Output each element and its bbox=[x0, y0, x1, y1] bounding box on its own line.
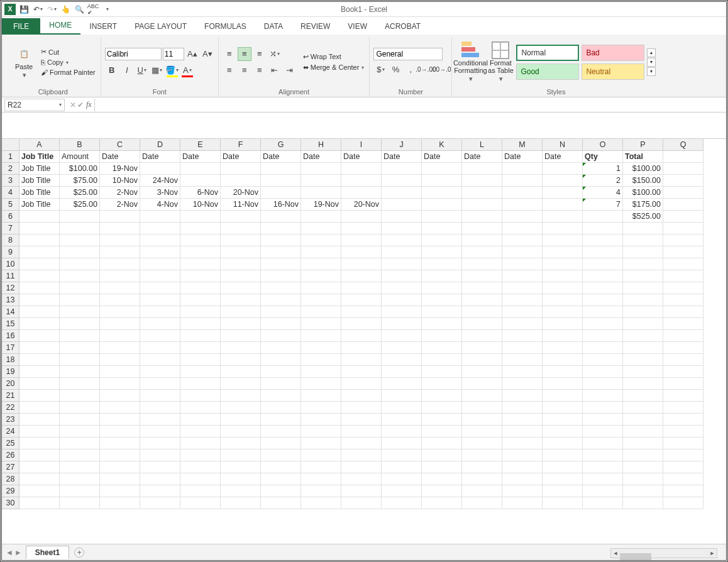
cell[interactable] bbox=[382, 270, 422, 282]
cell[interactable] bbox=[543, 258, 583, 270]
cell[interactable] bbox=[502, 187, 543, 199]
cell[interactable] bbox=[583, 223, 623, 234]
cell[interactable] bbox=[543, 342, 583, 354]
align-middle-icon[interactable]: ≡ bbox=[238, 47, 251, 61]
cell[interactable] bbox=[140, 426, 180, 438]
cell[interactable] bbox=[60, 473, 100, 485]
cell[interactable]: Qty bbox=[583, 151, 623, 163]
cell[interactable] bbox=[180, 485, 221, 497]
cell[interactable]: $525.00 bbox=[623, 211, 663, 223]
cell[interactable] bbox=[261, 282, 301, 294]
cell[interactable] bbox=[261, 390, 301, 402]
cell[interactable] bbox=[462, 294, 502, 306]
cell[interactable] bbox=[261, 187, 301, 199]
cell[interactable]: Date bbox=[100, 151, 140, 163]
increase-indent-icon[interactable]: ⇥ bbox=[283, 63, 297, 77]
cell[interactable] bbox=[180, 390, 221, 402]
cell[interactable] bbox=[301, 163, 341, 175]
cell[interactable] bbox=[221, 294, 261, 306]
cell[interactable] bbox=[543, 330, 583, 342]
cell[interactable] bbox=[221, 390, 261, 402]
cell[interactable] bbox=[180, 163, 221, 175]
cell[interactable] bbox=[261, 330, 301, 342]
cell[interactable] bbox=[180, 497, 221, 509]
cell[interactable] bbox=[502, 461, 543, 473]
cell[interactable] bbox=[422, 211, 462, 223]
cell[interactable] bbox=[341, 402, 382, 414]
cell[interactable] bbox=[100, 485, 140, 497]
cell[interactable] bbox=[221, 354, 261, 366]
cell[interactable] bbox=[623, 342, 663, 354]
row-header[interactable]: 10 bbox=[2, 258, 19, 270]
cell[interactable] bbox=[221, 258, 261, 270]
cell[interactable]: 2 bbox=[583, 175, 623, 187]
cell[interactable] bbox=[341, 426, 382, 438]
cell[interactable] bbox=[180, 449, 221, 461]
cell[interactable] bbox=[623, 330, 663, 342]
tab-view[interactable]: VIEW bbox=[339, 18, 376, 35]
cell[interactable] bbox=[462, 366, 502, 378]
borders-button[interactable]: ▦▾ bbox=[150, 63, 164, 77]
cell[interactable] bbox=[623, 473, 663, 485]
cell[interactable] bbox=[221, 438, 261, 449]
cell[interactable] bbox=[422, 342, 462, 354]
cell[interactable] bbox=[382, 497, 422, 509]
tab-insert[interactable]: INSERT bbox=[80, 18, 126, 35]
customize-qat-icon[interactable]: ▾ bbox=[101, 4, 113, 15]
cell[interactable] bbox=[663, 246, 703, 258]
column-header[interactable]: I bbox=[341, 139, 382, 151]
cell[interactable] bbox=[261, 211, 301, 223]
cell[interactable] bbox=[19, 246, 60, 258]
cell[interactable] bbox=[422, 187, 462, 199]
select-all-corner[interactable] bbox=[2, 139, 19, 151]
cell[interactable] bbox=[623, 414, 663, 426]
cell[interactable] bbox=[623, 485, 663, 497]
row-header[interactable]: 28 bbox=[2, 473, 19, 485]
cell[interactable] bbox=[140, 223, 180, 234]
font-size-select[interactable] bbox=[163, 48, 184, 60]
cell[interactable] bbox=[583, 282, 623, 294]
cell[interactable] bbox=[382, 485, 422, 497]
cell[interactable] bbox=[422, 330, 462, 342]
cell[interactable] bbox=[663, 234, 703, 246]
cell[interactable] bbox=[543, 175, 583, 187]
cell[interactable] bbox=[502, 318, 543, 330]
cell[interactable] bbox=[623, 246, 663, 258]
cell[interactable] bbox=[221, 414, 261, 426]
orientation-icon[interactable]: ⤮▾ bbox=[268, 47, 282, 61]
cell[interactable] bbox=[261, 354, 301, 366]
cell[interactable] bbox=[663, 426, 703, 438]
cell[interactable] bbox=[180, 330, 221, 342]
cell[interactable] bbox=[19, 485, 60, 497]
cell[interactable] bbox=[100, 294, 140, 306]
cell[interactable] bbox=[583, 330, 623, 342]
cell[interactable] bbox=[543, 461, 583, 473]
cell[interactable] bbox=[301, 234, 341, 246]
cell[interactable] bbox=[382, 306, 422, 318]
cell[interactable] bbox=[140, 246, 180, 258]
styles-scroll-down-icon[interactable]: ▾ bbox=[647, 58, 656, 67]
cell[interactable] bbox=[422, 258, 462, 270]
cell[interactable] bbox=[100, 378, 140, 390]
cell[interactable] bbox=[663, 223, 703, 234]
cell[interactable]: $25.00 bbox=[60, 199, 100, 211]
cell[interactable] bbox=[60, 223, 100, 234]
cell[interactable] bbox=[60, 426, 100, 438]
spreadsheet-grid[interactable]: ABCDEFGHIJKLMNOPQ1Job TitleAmountDateDat… bbox=[2, 139, 726, 509]
cell[interactable] bbox=[60, 354, 100, 366]
cell[interactable] bbox=[543, 294, 583, 306]
cell[interactable] bbox=[462, 426, 502, 438]
cell[interactable] bbox=[462, 497, 502, 509]
cell[interactable] bbox=[100, 366, 140, 378]
row-header[interactable]: 19 bbox=[2, 366, 19, 378]
cell[interactable] bbox=[583, 497, 623, 509]
cell[interactable] bbox=[583, 402, 623, 414]
cell[interactable] bbox=[221, 342, 261, 354]
underline-button[interactable]: U▾ bbox=[135, 63, 149, 77]
cell[interactable]: 20-Nov bbox=[341, 199, 382, 211]
row-header[interactable]: 24 bbox=[2, 426, 19, 438]
row-header[interactable]: 20 bbox=[2, 378, 19, 390]
cell[interactable]: 20-Nov bbox=[221, 187, 261, 199]
cell[interactable] bbox=[382, 426, 422, 438]
number-format-select[interactable] bbox=[373, 48, 443, 60]
